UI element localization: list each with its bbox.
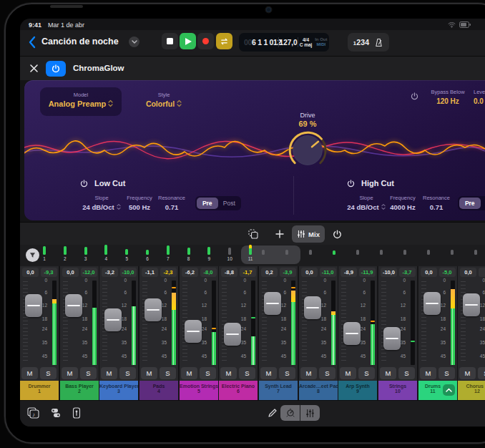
volume-readout[interactable]: 0,0 (301, 268, 318, 277)
loop-browser-icon[interactable]: ♪ (27, 407, 39, 419)
solo-button[interactable]: S (439, 367, 455, 379)
volume-readout[interactable]: 0,0 (22, 268, 39, 277)
volume-readout[interactable]: -10,0 (381, 268, 397, 277)
collapse-strip-button[interactable] (443, 384, 455, 396)
peak-readout[interactable]: -10,0 (120, 268, 137, 277)
volume-fader[interactable] (224, 323, 241, 346)
peak-readout[interactable]: -3,9 (280, 268, 296, 277)
volume-fader[interactable] (25, 294, 42, 317)
stop-button[interactable] (162, 33, 178, 49)
mixer-view-button[interactable] (300, 405, 320, 421)
low-cut-resonance[interactable]: Resonance 0.71 (147, 195, 197, 211)
volume-readout[interactable]: -1,1 (142, 268, 158, 277)
solo-button[interactable]: S (80, 367, 97, 379)
peak-readout[interactable] (479, 268, 485, 277)
track-name-tab[interactable]: Keyboard Player 3 (99, 381, 138, 400)
post-button[interactable]: Post (219, 198, 240, 209)
volume-fader[interactable] (423, 292, 441, 315)
level-control[interactable]: Level 0.0 (474, 89, 485, 105)
solo-button[interactable]: S (478, 367, 485, 379)
solo-button[interactable]: S (40, 367, 57, 379)
volume-readout[interactable]: 0,0 (421, 268, 437, 277)
metronome-icon[interactable] (374, 38, 383, 47)
peak-readout[interactable]: -2,3 (160, 268, 177, 277)
solo-button[interactable]: S (319, 367, 335, 379)
solo-button[interactable]: S (200, 367, 216, 379)
plugin-power-button[interactable] (46, 61, 66, 77)
solo-button[interactable]: S (119, 367, 136, 379)
track-name-tab[interactable]: Arcade…eet Pad 8 (299, 381, 338, 400)
volume-fader[interactable] (343, 322, 361, 345)
mute-button[interactable]: M (220, 367, 237, 379)
peak-readout[interactable]: -1,7 (240, 268, 256, 277)
add-track-button[interactable] (270, 225, 289, 243)
count-in-button[interactable]: 1234 (353, 38, 370, 47)
pre-button[interactable]: Pre (197, 198, 218, 209)
track-name-tab[interactable]: Emotion Strings 5 (180, 381, 218, 400)
solo-button[interactable]: S (239, 367, 255, 379)
volume-fader[interactable] (185, 320, 202, 343)
volume-fader[interactable] (264, 292, 281, 315)
model-selector[interactable]: Model Analog Preamp (40, 87, 122, 116)
controls-view-button[interactable] (280, 405, 300, 421)
lcd-display[interactable]: 006 1 1 012 127,0 4/4C maj In OutMIDI (239, 33, 329, 52)
volume-readout[interactable]: -8,9 (341, 268, 357, 277)
play-button[interactable] (180, 33, 196, 49)
track-name-tab[interactable]: Synth Lead 7 (259, 381, 298, 400)
record-button[interactable] (197, 33, 214, 49)
mute-button[interactable]: M (300, 367, 317, 379)
track-name-tab[interactable]: Pads 4 (139, 381, 178, 400)
solo-button[interactable]: S (398, 367, 415, 379)
mute-button[interactable]: M (459, 367, 476, 379)
high-cut-resonance[interactable]: Resonance 0.71 (411, 195, 461, 211)
close-icon[interactable] (29, 64, 39, 73)
duplicate-button[interactable] (244, 225, 263, 243)
track-name-tab[interactable]: Strings 10 (378, 381, 417, 400)
drive-knob[interactable] (286, 130, 329, 171)
volume-fader[interactable] (304, 296, 321, 319)
solo-button[interactable]: S (279, 367, 295, 379)
volume-readout[interactable]: -6,2 (182, 268, 198, 277)
peak-readout[interactable]: -12,0 (81, 268, 97, 277)
mute-button[interactable]: M (340, 367, 356, 379)
peak-readout[interactable]: -8,0 (200, 268, 217, 277)
volume-readout[interactable]: -8,8 (221, 268, 237, 277)
mute-button[interactable]: M (101, 367, 117, 379)
track-name-tab[interactable]: Bass Player 2 (60, 381, 99, 400)
channel-power-button[interactable] (328, 225, 346, 243)
song-title[interactable]: Canción de noche (41, 36, 119, 47)
volume-fader[interactable] (383, 327, 401, 350)
cycle-button[interactable] (216, 33, 232, 49)
low-cut-power-icon[interactable] (80, 180, 88, 188)
track-name-tab[interactable]: Drums 11 (418, 381, 457, 400)
mute-button[interactable]: M (141, 367, 157, 379)
track-name-tab[interactable]: Electric Piano 6 (219, 381, 258, 400)
volume-readout[interactable]: -3,2 (102, 268, 118, 277)
peak-readout[interactable]: -11,9 (359, 268, 376, 277)
volume-fader[interactable] (144, 298, 162, 321)
pre-button[interactable]: Pre (459, 198, 481, 209)
volume-fader[interactable] (65, 294, 82, 317)
mix-view-toggle[interactable]: Mix (292, 225, 325, 243)
mute-button[interactable]: M (420, 367, 436, 379)
track-name-tab[interactable]: Arp Synth 9 (338, 381, 377, 400)
high-cut-power-icon[interactable] (347, 180, 355, 188)
mute-button[interactable]: M (181, 367, 197, 379)
solo-button[interactable]: S (358, 367, 375, 379)
mute-button[interactable]: M (380, 367, 396, 379)
connector-icon[interactable] (72, 407, 81, 419)
volume-readout[interactable]: 0,2 (261, 268, 278, 277)
peak-readout[interactable]: -11,0 (320, 268, 336, 277)
mute-button[interactable]: M (260, 367, 277, 379)
peak-readout[interactable]: -9,3 (41, 268, 57, 277)
bypass-power-icon[interactable] (411, 92, 418, 100)
media-library-icon[interactable] (50, 407, 62, 419)
solo-button[interactable]: S (160, 367, 176, 379)
mute-button[interactable]: M (62, 367, 78, 379)
filter-button[interactable] (26, 248, 39, 262)
volume-fader[interactable] (463, 293, 480, 316)
track-name-tab[interactable]: Chorus V 12 (458, 381, 485, 400)
volume-readout[interactable]: 0,0 (62, 268, 79, 277)
edit-pencil-icon[interactable] (268, 409, 277, 418)
post-button[interactable]: Post (481, 198, 485, 209)
